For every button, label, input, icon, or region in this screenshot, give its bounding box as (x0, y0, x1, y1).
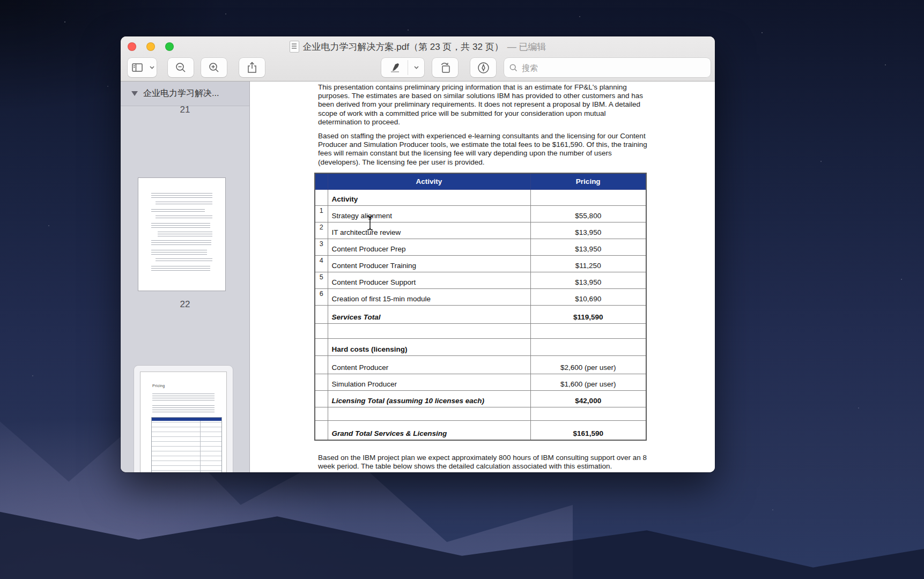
rotate-left-button[interactable] (432, 58, 458, 77)
search-input[interactable] (521, 63, 705, 73)
cell-activity: Services Total (328, 306, 530, 324)
cell-pricing: $55,800 (530, 206, 646, 222)
highlight-button[interactable] (381, 58, 424, 77)
cell-activity: IT architecture review (328, 222, 530, 239)
sidebar-toggle-button[interactable] (128, 58, 157, 77)
cell-activity (328, 324, 530, 339)
cell-num (315, 190, 328, 206)
cell-activity: Simulation Producer (328, 374, 530, 391)
zoom-out-icon (175, 62, 186, 73)
toolbar (121, 57, 715, 81)
cell-pricing: $13,950 (530, 272, 646, 289)
thumb-text-lines (151, 209, 205, 212)
thumb-text-lines (151, 266, 210, 272)
minimize-button[interactable] (146, 42, 155, 51)
cell-num: 3 (315, 239, 328, 256)
pricing-table: Activity Pricing Activity 1 Strategy ali… (314, 173, 647, 441)
cell-pricing (530, 339, 646, 356)
cell-activity: Grand Total Services & Licensing (328, 421, 530, 440)
cell-num (315, 391, 328, 407)
table-row-empty (315, 407, 646, 421)
table-row: 5 Content Producer Support $13,950 (315, 272, 646, 289)
table-row-empty (315, 324, 646, 339)
cell-pricing: $1,600 (per user) (530, 374, 646, 391)
thumb-pricing-heading: Pricing (152, 384, 165, 388)
table-row-services-total: Services Total $119,590 (315, 306, 646, 324)
zoom-out-button[interactable] (168, 58, 194, 77)
markup-pen-icon (477, 62, 490, 74)
window-title-edited-badge: — 已编辑 (507, 41, 546, 53)
window-chrome: 企业电力学习解决方案.pdf（第 23 页，共 32 页） — 已编辑 (121, 36, 715, 81)
table-row: Simulation Producer $1,600 (per user) (315, 374, 646, 391)
sidebar-document-group[interactable]: 企业电力学习解决... (121, 81, 249, 106)
disclosure-triangle-icon[interactable] (131, 91, 138, 96)
cell-num (315, 306, 328, 324)
cell-activity: Content Producer (328, 356, 530, 374)
table-row: 6 Creation of first 15-min module $10,69… (315, 289, 646, 306)
traffic-lights (128, 42, 174, 51)
chevron-down-icon[interactable] (408, 58, 424, 77)
cell-num: 1 (315, 206, 328, 222)
titlebar: 企业电力学习解决方案.pdf（第 23 页，共 32 页） — 已编辑 (121, 36, 715, 57)
cell-pricing: $10,690 (530, 289, 646, 306)
cell-pricing: $119,590 (530, 306, 646, 324)
cell-activity: Licensing Total (assuming 10 licenses ea… (328, 391, 530, 407)
page-22-thumbnail[interactable] (138, 178, 225, 291)
rotate-left-icon (439, 62, 451, 73)
cell-pricing (530, 407, 646, 421)
table-row: 4 Content Producer Training $11,250 (315, 256, 646, 272)
cell-num: 5 (315, 272, 328, 289)
thumbnail-sidebar: 企业电力学习解决... 21 22 Pricing (121, 81, 250, 472)
chevron-down-icon (147, 58, 157, 77)
cell-pricing: $13,950 (530, 239, 646, 256)
cell-num: 2 (315, 222, 328, 239)
page-23-thumbnail-selected[interactable]: Pricing (141, 372, 226, 472)
table-row: Content Producer $2,600 (per user) (315, 356, 646, 374)
window-title: 企业电力学习解决方案.pdf（第 23 页，共 32 页） (303, 41, 504, 53)
cell-num (315, 324, 328, 339)
search-field[interactable] (504, 58, 711, 77)
table-row-section: Hard costs (licensing) (315, 339, 646, 356)
page-number-label: 22 (121, 299, 249, 310)
paragraph: Based on staffing the project with exper… (318, 132, 649, 167)
thumb-text-lines (151, 240, 211, 247)
pdf-file-icon (290, 41, 299, 53)
table-header-corner (315, 173, 328, 190)
thumb-table-header (152, 418, 221, 421)
thumb-text-lines (151, 223, 210, 228)
share-icon (247, 62, 257, 73)
cell-activity: Activity (328, 190, 530, 206)
cell-pricing (530, 190, 646, 206)
highlighter-icon (381, 58, 408, 77)
window-content: 企业电力学习解决... 21 22 Pricing (121, 81, 715, 472)
zoom-in-button[interactable] (201, 58, 227, 77)
cell-pricing: $2,600 (per user) (530, 356, 646, 374)
cell-pricing: $42,000 (530, 391, 646, 407)
cell-pricing: $13,950 (530, 222, 646, 239)
share-button[interactable] (239, 58, 265, 77)
text-cursor (366, 215, 374, 231)
table-row-licensing-total: Licensing Total (assuming 10 licenses ea… (315, 391, 646, 407)
table-row-grand-total: Grand Total Services & Licensing $161,59… (315, 421, 646, 440)
paragraph: This presentation contains preliminary p… (318, 83, 649, 127)
zoom-in-icon (209, 62, 219, 73)
zoom-button[interactable] (165, 42, 174, 51)
cell-num (315, 421, 328, 440)
table-header-pricing: Pricing (530, 173, 646, 190)
cell-num: 6 (315, 289, 328, 306)
close-button[interactable] (128, 42, 136, 51)
search-icon (509, 64, 518, 72)
cell-pricing: $11,250 (530, 256, 646, 272)
thumb-text-lines (151, 250, 207, 255)
cell-activity (328, 407, 530, 421)
pdf-page-view[interactable]: This presentation contains preliminary p… (250, 81, 715, 472)
thumb-text-lines (152, 394, 215, 402)
cell-pricing: $161,590 (530, 421, 646, 440)
cell-activity: Content Producer Support (328, 272, 530, 289)
page-number-label: 21 (121, 105, 249, 115)
cell-num (315, 374, 328, 391)
cell-num (315, 356, 328, 374)
markup-toolbar-button[interactable] (470, 58, 496, 77)
cell-num: 4 (315, 256, 328, 272)
thumb-text-lines (151, 193, 212, 198)
